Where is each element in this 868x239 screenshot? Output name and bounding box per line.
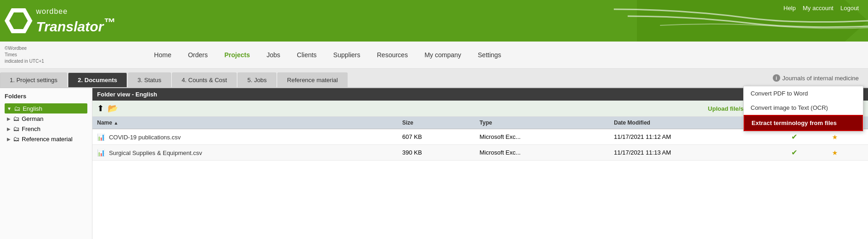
- tab-project-settings[interactable]: 1. Project settings: [0, 72, 67, 87]
- tab-counts-cost[interactable]: 4. Counts & Cost: [172, 72, 237, 87]
- file-date-cell-1: 11/17/2021 11:12 AM: [609, 129, 787, 145]
- file-star-cell-1: ★: [827, 129, 868, 145]
- nav-projects[interactable]: Projects: [216, 49, 258, 61]
- file-type-cell-1: Microsoft Exc...: [475, 129, 610, 145]
- toolbar-left: ⬆ 📂: [97, 103, 118, 114]
- folder-label-french: French: [22, 125, 40, 132]
- nav-orders[interactable]: Orders: [180, 49, 216, 61]
- folder-label-reference: Reference material: [22, 136, 73, 143]
- info-icon: i: [773, 74, 780, 82]
- folder-icon-english: 🗂: [14, 105, 20, 112]
- check-icon-2: ✔: [791, 149, 797, 156]
- nav-settings[interactable]: Settings: [470, 49, 510, 61]
- file-icon-1: 📊: [97, 133, 105, 141]
- folders-panel: Folders ▼ 🗂 English ▶ 🗂 German ▶ 🗂 Frenc…: [0, 88, 92, 239]
- star-icon-1[interactable]: ★: [832, 133, 838, 141]
- file-name-1[interactable]: COVID-19 publications.csv: [109, 134, 181, 141]
- file-date-cell-2: 11/17/2021 11:13 AM: [609, 145, 787, 161]
- nav-clients[interactable]: Clients: [288, 49, 325, 61]
- col-header-name[interactable]: Name ▲: [92, 117, 397, 129]
- logo-translator: Translator™: [36, 16, 115, 35]
- tab-jobs[interactable]: 5. Jobs: [238, 72, 276, 87]
- top-nav: Help My account Logout: [783, 5, 859, 12]
- folders-title: Folders: [5, 93, 87, 100]
- tab-documents[interactable]: 2. Documents: [68, 72, 127, 87]
- tools-dropdown-menu: Convert PDF to Word Convert image to Tex…: [743, 86, 863, 131]
- file-size-cell-2: 390 KB: [397, 145, 475, 161]
- content-area: Folders ▼ 🗂 English ▶ 🗂 German ▶ 🗂 Frenc…: [0, 88, 868, 239]
- tabs-container: 1. Project settings 2. Documents 3. Stat…: [0, 69, 868, 88]
- files-panel: Folder view - English ⬆ 📂 Upload file/s …: [92, 88, 868, 239]
- file-icon-2: 📊: [97, 149, 105, 156]
- toolbar-right: Upload file/s Translate Yes/No Tools Fil…: [708, 105, 863, 112]
- folder-icon-german: 🗂: [13, 115, 19, 122]
- logo-wordbee: wordbee: [36, 7, 115, 16]
- col-header-size: Size: [397, 117, 475, 129]
- nav-resources[interactable]: Resources: [368, 49, 416, 61]
- file-name-cell-1: 📊 COVID-19 publications.csv: [92, 129, 397, 145]
- folder-item-english[interactable]: ▼ 🗂 English: [5, 103, 87, 114]
- expand-icon-french: ▶: [7, 126, 11, 131]
- times-detail: indicated in UTC+1: [5, 58, 44, 65]
- sub-header: ©Wordbee Times indicated in UTC+1 Home O…: [0, 42, 868, 69]
- folder-label-german: German: [22, 115, 43, 122]
- copyright-area: ©Wordbee Times indicated in UTC+1: [5, 45, 44, 65]
- navigate-up-button[interactable]: ⬆: [97, 103, 104, 114]
- nav-suppliers[interactable]: Suppliers: [325, 49, 368, 61]
- new-folder-button[interactable]: 📂: [108, 103, 118, 114]
- journal-label-text: Journals of internal medicine: [782, 75, 859, 82]
- copyright-text: ©Wordbee: [5, 45, 44, 52]
- file-star-cell-2: ★: [827, 145, 868, 161]
- nav-home[interactable]: Home: [146, 49, 179, 61]
- folder-icon-reference: 🗂: [13, 135, 19, 143]
- table-row: 📊 Surgical Supplies & Equipment.csv 390 …: [92, 145, 868, 161]
- file-name-cell-2: 📊 Surgical Supplies & Equipment.csv: [92, 145, 397, 161]
- file-toolbar: ⬆ 📂 Upload file/s Translate Yes/No Tools…: [92, 101, 868, 117]
- folder-item-reference[interactable]: ▶ 🗂 Reference material: [5, 134, 87, 144]
- logo-hex-icon: [5, 7, 32, 35]
- file-size-cell-1: 607 KB: [397, 129, 475, 145]
- table-row: 📊 COVID-19 publications.csv 607 KB Micro…: [92, 129, 868, 145]
- journal-label-area: i Journals of internal medicine: [773, 74, 859, 82]
- folder-item-french[interactable]: ▶ 🗂 French: [5, 124, 87, 134]
- nav-my-company[interactable]: My company: [416, 49, 469, 61]
- main-nav: Home Orders Projects Jobs Clients Suppli…: [146, 49, 509, 61]
- convert-pdf-to-word-item[interactable]: Convert PDF to Word: [744, 86, 863, 101]
- help-link[interactable]: Help: [783, 5, 796, 12]
- logout-link[interactable]: Logout: [840, 5, 859, 12]
- tab-reference-material[interactable]: Reference material: [277, 72, 348, 87]
- file-name-2[interactable]: Surgical Supplies & Equipment.csv: [109, 149, 202, 156]
- tab-status[interactable]: 3. Status: [128, 72, 171, 87]
- folder-item-german[interactable]: ▶ 🗂 German: [5, 114, 87, 124]
- expand-icon-german: ▶: [7, 116, 11, 121]
- my-account-link[interactable]: My account: [803, 5, 833, 12]
- folder-icon-french: 🗂: [13, 125, 19, 132]
- nav-jobs[interactable]: Jobs: [258, 49, 289, 61]
- expand-icon-reference: ▶: [7, 137, 11, 142]
- logo-area: wordbee Translator™: [0, 7, 115, 35]
- times-label: Times: [5, 52, 44, 58]
- sort-arrow-name: ▲: [114, 120, 118, 125]
- convert-image-to-text-item[interactable]: Convert image to Text (OCR): [744, 101, 863, 115]
- file-check-cell-2: ✔: [787, 145, 827, 161]
- upload-files-link[interactable]: Upload file/s: [708, 105, 744, 112]
- folder-label-english: English: [23, 105, 43, 112]
- folder-view-title: Folder view - English: [97, 91, 157, 98]
- file-check-cell-1: ✔: [787, 129, 827, 145]
- extract-terminology-item[interactable]: Extract terminology from files: [744, 115, 863, 131]
- main-header: wordbee Translator™ Help My account Logo…: [0, 0, 868, 42]
- expand-icon-english: ▼: [7, 106, 12, 111]
- check-icon-1: ✔: [791, 133, 797, 141]
- file-type-cell-2: Microsoft Exc...: [475, 145, 610, 161]
- logo-text: wordbee Translator™: [36, 7, 115, 35]
- star-icon-2[interactable]: ★: [832, 149, 838, 156]
- col-header-type: Type: [475, 117, 610, 129]
- logo-hex-inner: [9, 12, 28, 30]
